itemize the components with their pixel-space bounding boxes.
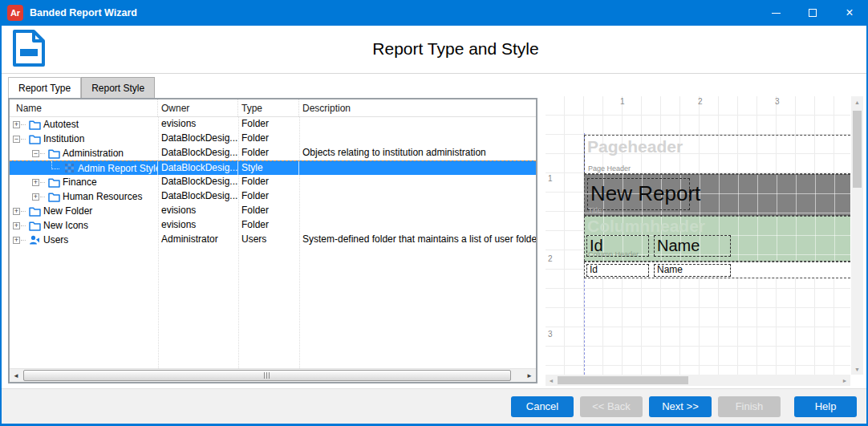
folder-icon <box>47 192 60 202</box>
scroll-right-icon[interactable]: ► <box>839 378 850 383</box>
table-row[interactable]: +AutotestevisionsFolder <box>10 117 536 132</box>
column-header-description[interactable]: Description <box>299 99 536 116</box>
detail-band: IdName <box>584 262 850 278</box>
page-title: Report Type and Style <box>23 39 868 59</box>
minimize-button[interactable] <box>757 0 794 26</box>
pageheader-watermark: Pageheader <box>587 137 683 156</box>
scroll-right-icon[interactable]: ► <box>523 372 536 379</box>
folder-icon <box>47 148 60 159</box>
folder-icon <box>28 221 41 231</box>
scroll-grip-icon <box>264 372 270 379</box>
cell-name: +Users <box>10 233 158 247</box>
report-title-field: New Report <box>587 178 690 210</box>
tab-report-style[interactable]: Report Style <box>81 77 155 98</box>
table-row[interactable]: +Human ResourcesDataBlockDesig...Folder <box>10 189 536 204</box>
title-band-label: Title <box>588 206 602 214</box>
row-label: Admin Report Style <box>78 162 158 175</box>
cell-owner: Administrator <box>158 233 238 247</box>
preview-vscrollbar[interactable]: ▲ ▼ <box>851 96 863 375</box>
row-label: Autotest <box>43 118 79 132</box>
window-title: Banded Report Wizard <box>30 7 757 18</box>
tree-expander[interactable]: + <box>32 193 39 201</box>
tree-guide <box>21 124 26 125</box>
tree-expander[interactable]: + <box>13 208 20 215</box>
tab-strip: Report TypeReport Style <box>8 77 155 98</box>
window-controls: × <box>757 0 868 26</box>
cell-description <box>299 161 536 175</box>
vruler-number: 3 <box>548 330 553 339</box>
table-row[interactable]: +FinanceDataBlockDesig...Folder <box>10 175 536 189</box>
preview-vscroll-track[interactable] <box>851 108 863 363</box>
tree-guide <box>40 153 45 154</box>
cell-type: Folder <box>238 132 299 146</box>
tab-report-type[interactable]: Report Type <box>8 77 81 98</box>
cell-owner: DataBlockDesig... <box>158 146 238 160</box>
tree-expander[interactable]: + <box>32 179 39 186</box>
tree-guide <box>40 182 45 183</box>
vruler-number: 1 <box>548 174 553 183</box>
cell-owner: DataBlockDesig... <box>158 161 238 175</box>
close-button[interactable]: × <box>831 0 868 26</box>
scroll-left-icon[interactable]: ◄ <box>546 378 557 383</box>
report-preview: Pageheader Page Header New Report Title … <box>546 96 863 386</box>
tree-guide-corner <box>51 161 59 169</box>
cell-name: +Human Resources <box>10 189 158 204</box>
tree-expander[interactable]: + <box>13 222 20 229</box>
tree-expander[interactable]: + <box>13 237 20 244</box>
cell-name: −Administration <box>10 146 158 160</box>
scroll-down-icon[interactable]: ▼ <box>854 363 860 375</box>
scroll-up-icon[interactable]: ▲ <box>854 96 860 108</box>
table-row[interactable]: −AdministrationDataBlockDesig...FolderOb… <box>10 146 536 160</box>
cell-owner: evisions <box>158 218 238 233</box>
tree-body: +AutotestevisionsFolder−InstitutionDataB… <box>10 117 536 368</box>
cell-name: +New Icons <box>10 218 158 233</box>
column-header-name[interactable]: Name <box>10 99 158 116</box>
tree-guide <box>21 211 26 212</box>
cell-owner: DataBlockDesig... <box>158 132 238 146</box>
cell-owner: evisions <box>158 117 238 132</box>
preview-hscroll-thumb[interactable] <box>558 376 688 384</box>
table-row[interactable]: +New IconsevisionsFolder <box>10 218 536 233</box>
tree-expander[interactable]: + <box>13 121 20 128</box>
scroll-left-icon[interactable]: ◄ <box>10 372 22 379</box>
cancel-button[interactable]: Cancel <box>511 396 574 417</box>
detail-field-id: Id <box>586 264 649 277</box>
cell-description <box>299 175 536 189</box>
maximize-button[interactable] <box>794 0 831 26</box>
wizard-header: Report Type and Style <box>2 26 866 74</box>
table-row[interactable]: −InstitutionDataBlockDesig...Folder <box>10 132 536 146</box>
tree-expander[interactable]: − <box>13 136 20 143</box>
maximize-icon <box>809 9 817 17</box>
table-row[interactable]: Admin Report StyleDataBlockDesig...Style <box>10 160 536 175</box>
column-header-type[interactable]: Type <box>238 99 299 116</box>
tree-hscrollbar[interactable]: ◄ ► <box>10 368 536 382</box>
finish-button[interactable]: Finish <box>718 396 781 417</box>
tree-header: NameOwnerTypeDescription <box>10 99 536 117</box>
row-label: New Folder <box>43 205 92 218</box>
tree-expander[interactable]: − <box>32 150 39 157</box>
cell-description: Objects relating to institution administ… <box>299 146 536 160</box>
detail-field-name: Name <box>654 264 731 277</box>
title-band: New Report Title <box>584 174 850 216</box>
cell-type: Folder <box>238 189 299 204</box>
cell-type: Folder <box>238 204 299 218</box>
tree-hscroll-thumb[interactable] <box>23 370 511 381</box>
button-bar: Cancel<< BackNext >>FinishHelp <box>2 388 866 424</box>
preview-hscrollbar[interactable]: ◄ ► <box>546 375 850 386</box>
cell-type: Style <box>238 161 299 175</box>
cell-type: Users <box>238 233 299 247</box>
cell-description <box>299 117 536 132</box>
help-button[interactable]: Help <box>794 396 857 417</box>
titlebar: Ar Banded Report Wizard × <box>0 0 868 26</box>
table-row[interactable]: +New FolderevisionsFolder <box>10 204 536 218</box>
tree-hscroll-track[interactable] <box>22 369 523 382</box>
column-header-owner[interactable]: Owner <box>158 99 238 116</box>
table-row[interactable]: +UsersAdministratorUsersSystem-defined f… <box>10 233 536 247</box>
app-icon[interactable]: Ar <box>7 5 23 21</box>
preview-hscroll-track[interactable] <box>557 375 839 386</box>
wizard-window: Ar Banded Report Wizard × Report Type an… <box>0 0 868 426</box>
preview-vscroll-thumb[interactable] <box>853 111 862 188</box>
back-button[interactable]: << Back <box>580 396 643 417</box>
cell-type: Folder <box>238 175 299 189</box>
next-button[interactable]: Next >> <box>649 396 712 417</box>
